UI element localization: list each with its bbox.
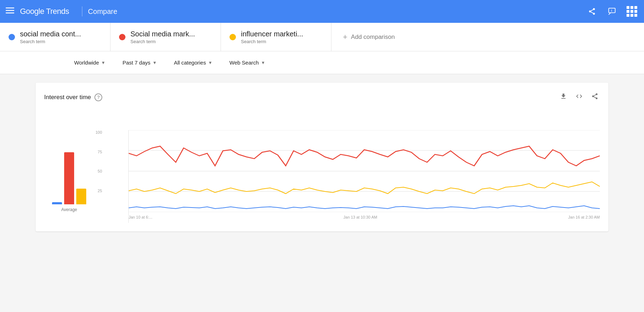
search-term-1[interactable]: social media cont... Search term (0, 23, 110, 51)
term-dot-1 (9, 34, 15, 40)
term-info-1: social media cont... Search term (20, 30, 81, 44)
svg-line-6 (591, 12, 593, 13)
chart-container: Average 100 75 50 25 (44, 109, 600, 223)
card-title: Interest over time (44, 94, 91, 101)
bar-chart-area: Average (44, 130, 94, 223)
logo-text: Google Trends (20, 7, 69, 16)
add-comparison-label: Add comparison (351, 34, 395, 41)
y-label-100: 100 (96, 130, 102, 134)
search-type-filter[interactable]: Web Search ▼ (227, 57, 268, 68)
svg-rect-2 (6, 12, 14, 14)
y-label-0 (96, 208, 102, 212)
x-label-1: Jan 10 at 6:... (129, 215, 153, 219)
search-term-2[interactable]: Social media mark... Search term (110, 23, 221, 51)
feedback-icon[interactable]: ! (606, 5, 618, 18)
svg-point-11 (596, 93, 598, 95)
add-plus-icon: + (343, 32, 347, 42)
add-comparison-button[interactable]: + Add comparison (331, 23, 406, 51)
svg-point-3 (593, 8, 595, 10)
x-label-2: Jan 13 at 10:30 AM (344, 215, 377, 219)
time-dropdown-arrow: ▼ (153, 60, 157, 65)
term-type-3: Search term (241, 39, 303, 44)
bar-blue (52, 202, 62, 204)
line-chart-svg (129, 130, 600, 212)
location-label: Worldwide (74, 60, 99, 66)
term-name-2: Social media mark... (130, 30, 195, 38)
bars (52, 133, 86, 204)
svg-line-7 (591, 10, 593, 11)
svg-rect-1 (6, 10, 14, 11)
time-filter[interactable]: Past 7 days ▼ (120, 57, 160, 68)
card-title-area: Interest over time ? (44, 93, 102, 101)
menu-icon[interactable] (6, 6, 14, 17)
line-chart-wrapper: 100 75 50 25 (111, 130, 600, 223)
category-filter[interactable]: All categories ▼ (171, 57, 215, 68)
location-dropdown-arrow: ▼ (101, 60, 105, 65)
header-divider (82, 6, 82, 16)
x-label-3: Jan 16 at 2:30 AM (568, 215, 600, 219)
term-info-3: influencer marketi... Search term (241, 30, 303, 44)
bar-average-label: Average (61, 207, 77, 212)
time-label: Past 7 days (123, 60, 150, 66)
apps-icon[interactable] (625, 5, 638, 18)
line-chart-area: Jan 10 at 6:... Jan 13 at 10:30 AM Jan 1… (128, 130, 600, 223)
svg-rect-0 (6, 7, 14, 9)
term-type-1: Search term (20, 39, 81, 44)
svg-line-15 (594, 94, 596, 96)
header: Google Trends Compare ! (0, 0, 644, 23)
y-labels: 100 75 50 25 (96, 130, 102, 212)
download-icon[interactable] (558, 91, 568, 103)
svg-point-4 (589, 10, 591, 12)
svg-line-14 (594, 97, 596, 98)
share-chart-icon[interactable] (590, 91, 600, 103)
term-info-2: Social media mark... Search term (130, 30, 195, 44)
logo: Google Trends (20, 7, 69, 16)
category-label: All categories (174, 60, 206, 66)
svg-point-12 (592, 96, 594, 97)
header-actions: ! (586, 5, 638, 18)
term-dot-2 (119, 34, 125, 40)
search-term-3[interactable]: influencer marketi... Search term (221, 23, 331, 51)
svg-text:!: ! (611, 9, 612, 12)
page-title: Compare (88, 7, 117, 16)
share-icon[interactable] (586, 5, 598, 18)
card-header: Interest over time ? (44, 91, 600, 103)
interest-over-time-card: Interest over time ? (36, 83, 608, 231)
search-terms-bar: social media cont... Search term Social … (0, 23, 644, 51)
category-dropdown-arrow: ▼ (208, 60, 212, 65)
help-icon[interactable]: ? (94, 93, 102, 101)
embed-icon[interactable] (574, 91, 584, 103)
term-name-1: social media cont... (20, 30, 81, 38)
term-type-2: Search term (130, 39, 195, 44)
search-type-dropdown-arrow: ▼ (261, 60, 265, 65)
filter-bar: Worldwide ▼ Past 7 days ▼ All categories… (0, 51, 644, 74)
main-content: Interest over time ? (0, 74, 644, 246)
y-label-25: 25 (96, 189, 102, 193)
bar-yellow (76, 189, 86, 204)
card-actions (558, 91, 600, 103)
search-type-label: Web Search (230, 60, 259, 66)
y-label-75: 75 (96, 150, 102, 154)
bar-red (64, 152, 74, 204)
term-name-3: influencer marketi... (241, 30, 303, 38)
term-dot-3 (230, 34, 236, 40)
location-filter[interactable]: Worldwide ▼ (71, 57, 108, 68)
svg-point-13 (596, 97, 598, 99)
x-labels: Jan 10 at 6:... Jan 13 at 10:30 AM Jan 1… (129, 214, 600, 219)
svg-point-5 (593, 13, 595, 15)
y-label-50: 50 (96, 169, 102, 173)
